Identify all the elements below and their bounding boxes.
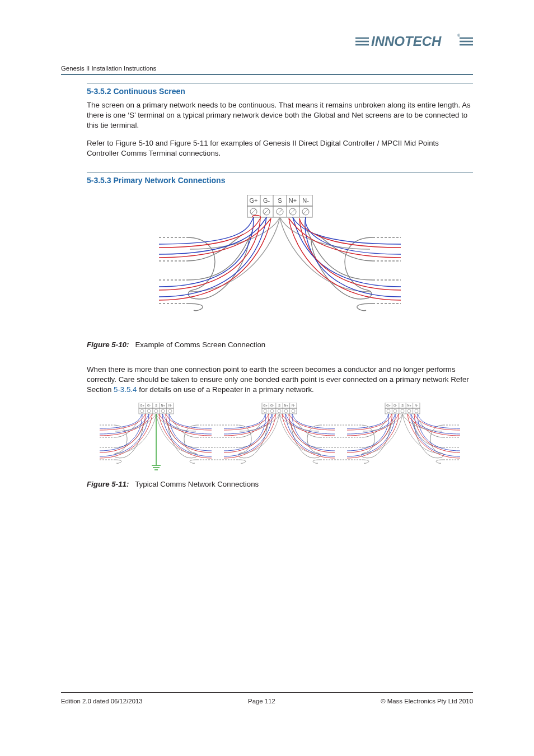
svg-point-62 bbox=[264, 409, 267, 413]
heading-5-3-5-3: 5-3.5.3 Primary Network Connections bbox=[87, 176, 473, 185]
running-head: Genesis II Installation Instructions bbox=[61, 65, 156, 72]
svg-point-46 bbox=[140, 409, 144, 413]
svg-point-78 bbox=[387, 409, 390, 413]
svg-line-26 bbox=[303, 209, 308, 214]
body-text: Refer to Figure 5-10 and Figure 5-11 for… bbox=[87, 138, 473, 158]
svg-point-82 bbox=[415, 409, 418, 413]
svg-text:N-: N- bbox=[168, 404, 172, 407]
terminal-label: S bbox=[278, 197, 282, 204]
figure-caption: Figure 5-11: Typical Comms Network Conne… bbox=[87, 480, 473, 488]
svg-point-80 bbox=[401, 409, 404, 413]
svg-line-22 bbox=[278, 209, 282, 214]
svg-line-18 bbox=[251, 209, 256, 214]
svg-line-24 bbox=[291, 209, 295, 214]
svg-point-66 bbox=[292, 409, 295, 413]
heading-5-3-5-2: 5-3.5.2 Continuous Screen bbox=[87, 87, 473, 96]
section-rule bbox=[87, 172, 473, 172]
figure-label: Figure 5-11: bbox=[87, 480, 129, 488]
svg-text:N+: N+ bbox=[407, 404, 411, 407]
svg-point-79 bbox=[394, 409, 397, 413]
footer-edition: Edition 2.0 dated 06/12/2013 bbox=[61, 698, 143, 704]
brand-logo: INNOTECH ® bbox=[355, 32, 473, 53]
svg-text:N-: N- bbox=[292, 404, 295, 407]
figure-caption: Figure 5-10: Example of Comms Screen Con… bbox=[87, 340, 473, 349]
terminal-label: N+ bbox=[289, 197, 297, 204]
terminal-label: G+ bbox=[250, 197, 258, 204]
figure-caption-text: Example of Comms Screen Connection bbox=[135, 340, 265, 349]
figure-caption-text: Typical Comms Network Connections bbox=[135, 480, 259, 488]
svg-text:G-: G- bbox=[147, 404, 151, 407]
svg-text:G+: G+ bbox=[386, 404, 391, 407]
section-rule bbox=[87, 83, 473, 83]
svg-text:G-: G- bbox=[270, 404, 274, 407]
figure-5-11: G+G-SN+N- G+G-SN+N- bbox=[87, 403, 473, 473]
svg-text:S: S bbox=[155, 404, 157, 407]
header-rule bbox=[61, 74, 473, 75]
svg-text:N-: N- bbox=[415, 404, 418, 407]
figure-label: Figure 5-10: bbox=[87, 340, 129, 349]
svg-point-65 bbox=[284, 409, 288, 413]
body-text: When there is more than one connection p… bbox=[87, 365, 473, 395]
svg-text:G-: G- bbox=[394, 404, 397, 407]
svg-point-64 bbox=[278, 409, 281, 413]
svg-text:S: S bbox=[278, 404, 280, 407]
section-link-5-3-5-4[interactable]: 5-3.5.4 bbox=[114, 385, 137, 394]
footer-page: Page 112 bbox=[248, 698, 275, 704]
footer-rule bbox=[61, 692, 473, 693]
footer-copyright: © Mass Electronics Pty Ltd 2010 bbox=[381, 698, 473, 704]
svg-point-81 bbox=[407, 409, 411, 413]
svg-text:N+: N+ bbox=[161, 404, 165, 407]
svg-point-47 bbox=[147, 409, 151, 413]
svg-point-50 bbox=[168, 409, 172, 413]
figure-5-10: G+ G- S N+ N- bbox=[87, 195, 473, 325]
svg-text:N+: N+ bbox=[284, 404, 288, 407]
svg-line-20 bbox=[264, 209, 269, 214]
svg-point-48 bbox=[154, 409, 158, 413]
svg-point-49 bbox=[161, 409, 165, 413]
svg-text:®: ® bbox=[457, 34, 461, 38]
svg-text:G+: G+ bbox=[140, 404, 144, 407]
logo-text: INNOTECH bbox=[371, 34, 442, 49]
terminal-label: N- bbox=[302, 197, 309, 204]
svg-point-63 bbox=[270, 409, 274, 413]
page-footer: Edition 2.0 dated 06/12/2013 Page 112 © … bbox=[61, 698, 473, 704]
svg-text:S: S bbox=[401, 404, 404, 407]
body-text: The screen on a primary network needs to… bbox=[87, 100, 473, 130]
terminal-label: G- bbox=[263, 197, 270, 204]
svg-text:G+: G+ bbox=[263, 404, 268, 407]
